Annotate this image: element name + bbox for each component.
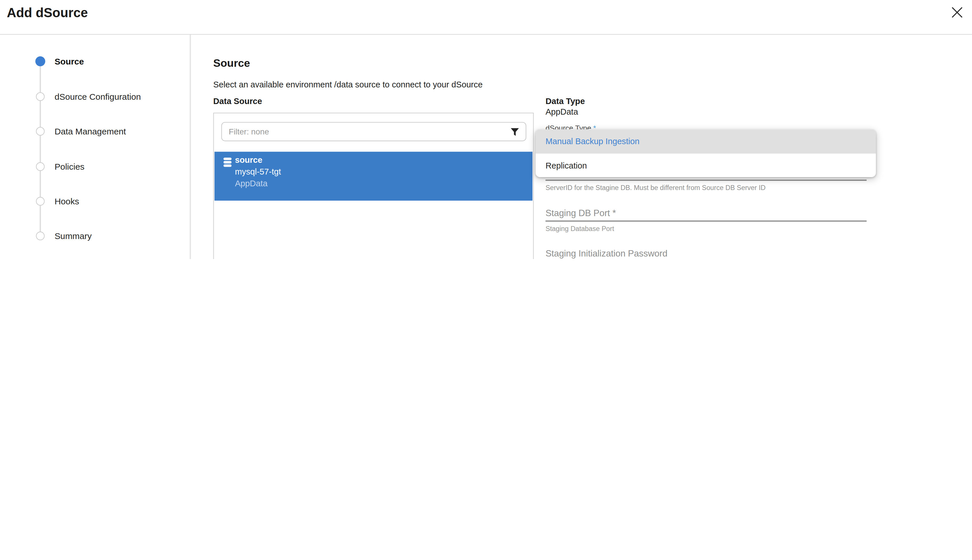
filter-input-wrapper [221,122,526,141]
step-indicator-dot [36,197,45,205]
add-dsource-dialog: Add dSource Source dSource Configuration… [0,0,972,259]
dsource-type-dropdown-menu: Manual Backup Ingestion Replication [535,130,876,177]
step-label: Source [55,57,84,67]
stepper-step-dsource-configuration[interactable]: dSource Configuration [0,97,186,112]
data-source-item-data-type: AppData [235,179,268,188]
data-type-label: Data Type [545,97,585,106]
page-subtitle: Select an available environment /data so… [213,80,483,89]
stepper-step-policies[interactable]: Policies [0,167,186,182]
close-icon [950,5,964,19]
data-source-item-type: source [235,155,263,165]
data-source-item-name: mysql-57-tgt [235,167,281,176]
step-label: Hooks [55,196,79,206]
step-label: Data Management [55,127,126,137]
step-label: Summary [55,231,92,241]
field-staging-db-port[interactable]: Staging DB Port * Staging Database Port [545,208,867,233]
stepper-step-summary[interactable]: Summary [0,236,186,251]
field-label: Staging Initialization Password [545,248,867,259]
step-label: Policies [55,162,84,172]
stepper-step-hooks[interactable]: Hooks [0,201,186,216]
field-staging-initialization-password[interactable]: Staging Initialization Password root use… [545,248,867,259]
data-type-value: AppData [545,107,578,117]
step-indicator-dot [36,92,45,101]
field-helper: Staging Database Port [545,224,867,233]
data-source-item-mysql-57-tgt[interactable]: source mysql-57-tgt AppData [214,152,532,201]
step-indicator-dot [36,232,45,240]
sidebar-divider [190,35,191,259]
stepper-step-source[interactable]: Source [0,61,186,76]
step-label: dSource Configuration [55,92,141,102]
filter-input[interactable] [222,123,526,141]
dialog-header: Add dSource [0,0,972,35]
step-indicator-dot-active [35,57,45,67]
dropdown-option-manual-backup-ingestion[interactable]: Manual Backup Ingestion [535,130,876,153]
stepper-step-data-management[interactable]: Data Management [0,131,186,146]
data-source-label: Data Source [213,97,262,106]
field-underline [545,220,867,221]
field-label: Staging DB Port * [545,208,867,219]
dsource-type-underline [545,180,867,180]
database-icon [223,157,232,170]
dsource-type-helper-text: ServerID for the Stagine DB. Must be dif… [545,184,869,192]
dialog-title: Add dSource [7,5,88,20]
step-indicator-dot [36,127,45,135]
close-button[interactable] [950,5,964,19]
page-title: Source [213,57,250,70]
data-source-list: source mysql-57-tgt AppData [213,113,534,259]
filter-icon[interactable] [510,128,519,139]
step-indicator-dot [36,162,45,171]
dropdown-option-replication[interactable]: Replication [535,153,876,177]
